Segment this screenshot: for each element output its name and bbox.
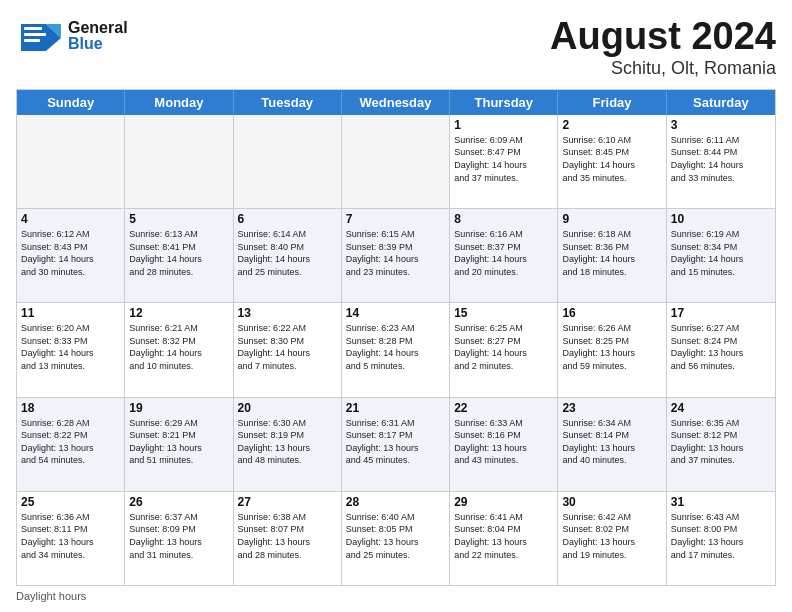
svg-rect-4 [24,39,40,42]
day-header-tuesday: Tuesday [234,90,342,115]
day-cell-17: 17Sunrise: 6:27 AMSunset: 8:24 PMDayligh… [667,303,775,396]
page: General Blue August 2024 Schitu, Olt, Ro… [0,0,792,612]
logo-label: General Blue [68,20,128,52]
day-cell-6: 6Sunrise: 6:14 AMSunset: 8:40 PMDaylight… [234,209,342,302]
day-number: 5 [129,212,228,226]
calendar-row-1: 1Sunrise: 6:09 AMSunset: 8:47 PMDaylight… [17,115,775,208]
day-number: 14 [346,306,445,320]
day-number: 28 [346,495,445,509]
day-number: 29 [454,495,553,509]
day-cell-16: 16Sunrise: 6:26 AMSunset: 8:25 PMDayligh… [558,303,666,396]
day-info: Sunrise: 6:29 AMSunset: 8:21 PMDaylight:… [129,417,228,467]
day-number: 2 [562,118,661,132]
day-info: Sunrise: 6:21 AMSunset: 8:32 PMDaylight:… [129,322,228,372]
location-title: Schitu, Olt, Romania [550,58,776,79]
day-info: Sunrise: 6:10 AMSunset: 8:45 PMDaylight:… [562,134,661,184]
month-title: August 2024 [550,16,776,58]
day-cell-10: 10Sunrise: 6:19 AMSunset: 8:34 PMDayligh… [667,209,775,302]
calendar-row-5: 25Sunrise: 6:36 AMSunset: 8:11 PMDayligh… [17,491,775,585]
day-number: 3 [671,118,771,132]
day-number: 7 [346,212,445,226]
day-info: Sunrise: 6:26 AMSunset: 8:25 PMDaylight:… [562,322,661,372]
day-info: Sunrise: 6:34 AMSunset: 8:14 PMDaylight:… [562,417,661,467]
day-number: 6 [238,212,337,226]
calendar-body: 1Sunrise: 6:09 AMSunset: 8:47 PMDaylight… [17,115,775,585]
day-header-monday: Monday [125,90,233,115]
day-cell-28: 28Sunrise: 6:40 AMSunset: 8:05 PMDayligh… [342,492,450,585]
day-info: Sunrise: 6:36 AMSunset: 8:11 PMDaylight:… [21,511,120,561]
day-header-friday: Friday [558,90,666,115]
calendar-row-4: 18Sunrise: 6:28 AMSunset: 8:22 PMDayligh… [17,397,775,491]
day-cell-31: 31Sunrise: 6:43 AMSunset: 8:00 PMDayligh… [667,492,775,585]
day-info: Sunrise: 6:43 AMSunset: 8:00 PMDaylight:… [671,511,771,561]
calendar-row-2: 4Sunrise: 6:12 AMSunset: 8:43 PMDaylight… [17,208,775,302]
day-info: Sunrise: 6:30 AMSunset: 8:19 PMDaylight:… [238,417,337,467]
day-info: Sunrise: 6:13 AMSunset: 8:41 PMDaylight:… [129,228,228,278]
day-number: 18 [21,401,120,415]
day-info: Sunrise: 6:19 AMSunset: 8:34 PMDaylight:… [671,228,771,278]
day-number: 24 [671,401,771,415]
day-cell-7: 7Sunrise: 6:15 AMSunset: 8:39 PMDaylight… [342,209,450,302]
day-cell-1: 1Sunrise: 6:09 AMSunset: 8:47 PMDaylight… [450,115,558,208]
day-info: Sunrise: 6:14 AMSunset: 8:40 PMDaylight:… [238,228,337,278]
footer-note: Daylight hours [16,590,776,602]
day-info: Sunrise: 6:25 AMSunset: 8:27 PMDaylight:… [454,322,553,372]
day-number: 9 [562,212,661,226]
day-number: 17 [671,306,771,320]
day-cell-22: 22Sunrise: 6:33 AMSunset: 8:16 PMDayligh… [450,398,558,491]
day-cell-14: 14Sunrise: 6:23 AMSunset: 8:28 PMDayligh… [342,303,450,396]
day-info: Sunrise: 6:42 AMSunset: 8:02 PMDaylight:… [562,511,661,561]
day-number: 25 [21,495,120,509]
logo-blue-text: Blue [68,36,128,52]
calendar-row-3: 11Sunrise: 6:20 AMSunset: 8:33 PMDayligh… [17,302,775,396]
day-number: 31 [671,495,771,509]
day-info: Sunrise: 6:16 AMSunset: 8:37 PMDaylight:… [454,228,553,278]
day-info: Sunrise: 6:22 AMSunset: 8:30 PMDaylight:… [238,322,337,372]
day-number: 4 [21,212,120,226]
empty-cell [342,115,450,208]
day-number: 13 [238,306,337,320]
empty-cell [17,115,125,208]
day-info: Sunrise: 6:12 AMSunset: 8:43 PMDaylight:… [21,228,120,278]
day-header-thursday: Thursday [450,90,558,115]
day-number: 8 [454,212,553,226]
day-number: 23 [562,401,661,415]
day-info: Sunrise: 6:23 AMSunset: 8:28 PMDaylight:… [346,322,445,372]
day-info: Sunrise: 6:15 AMSunset: 8:39 PMDaylight:… [346,228,445,278]
day-number: 30 [562,495,661,509]
header: General Blue August 2024 Schitu, Olt, Ro… [16,16,776,79]
day-info: Sunrise: 6:20 AMSunset: 8:33 PMDaylight:… [21,322,120,372]
day-info: Sunrise: 6:18 AMSunset: 8:36 PMDaylight:… [562,228,661,278]
day-cell-3: 3Sunrise: 6:11 AMSunset: 8:44 PMDaylight… [667,115,775,208]
day-info: Sunrise: 6:27 AMSunset: 8:24 PMDaylight:… [671,322,771,372]
day-cell-23: 23Sunrise: 6:34 AMSunset: 8:14 PMDayligh… [558,398,666,491]
empty-cell [234,115,342,208]
day-info: Sunrise: 6:40 AMSunset: 8:05 PMDaylight:… [346,511,445,561]
day-cell-27: 27Sunrise: 6:38 AMSunset: 8:07 PMDayligh… [234,492,342,585]
day-cell-18: 18Sunrise: 6:28 AMSunset: 8:22 PMDayligh… [17,398,125,491]
day-cell-13: 13Sunrise: 6:22 AMSunset: 8:30 PMDayligh… [234,303,342,396]
day-cell-25: 25Sunrise: 6:36 AMSunset: 8:11 PMDayligh… [17,492,125,585]
day-number: 26 [129,495,228,509]
calendar: SundayMondayTuesdayWednesdayThursdayFrid… [16,89,776,586]
day-cell-29: 29Sunrise: 6:41 AMSunset: 8:04 PMDayligh… [450,492,558,585]
day-cell-2: 2Sunrise: 6:10 AMSunset: 8:45 PMDaylight… [558,115,666,208]
day-info: Sunrise: 6:37 AMSunset: 8:09 PMDaylight:… [129,511,228,561]
day-number: 15 [454,306,553,320]
day-cell-9: 9Sunrise: 6:18 AMSunset: 8:36 PMDaylight… [558,209,666,302]
day-info: Sunrise: 6:28 AMSunset: 8:22 PMDaylight:… [21,417,120,467]
logo: General Blue [16,16,128,56]
day-header-wednesday: Wednesday [342,90,450,115]
empty-cell [125,115,233,208]
day-info: Sunrise: 6:11 AMSunset: 8:44 PMDaylight:… [671,134,771,184]
day-cell-30: 30Sunrise: 6:42 AMSunset: 8:02 PMDayligh… [558,492,666,585]
day-cell-11: 11Sunrise: 6:20 AMSunset: 8:33 PMDayligh… [17,303,125,396]
day-cell-4: 4Sunrise: 6:12 AMSunset: 8:43 PMDaylight… [17,209,125,302]
day-number: 21 [346,401,445,415]
day-info: Sunrise: 6:35 AMSunset: 8:12 PMDaylight:… [671,417,771,467]
day-header-sunday: Sunday [17,90,125,115]
day-cell-20: 20Sunrise: 6:30 AMSunset: 8:19 PMDayligh… [234,398,342,491]
day-number: 11 [21,306,120,320]
day-number: 22 [454,401,553,415]
day-cell-15: 15Sunrise: 6:25 AMSunset: 8:27 PMDayligh… [450,303,558,396]
